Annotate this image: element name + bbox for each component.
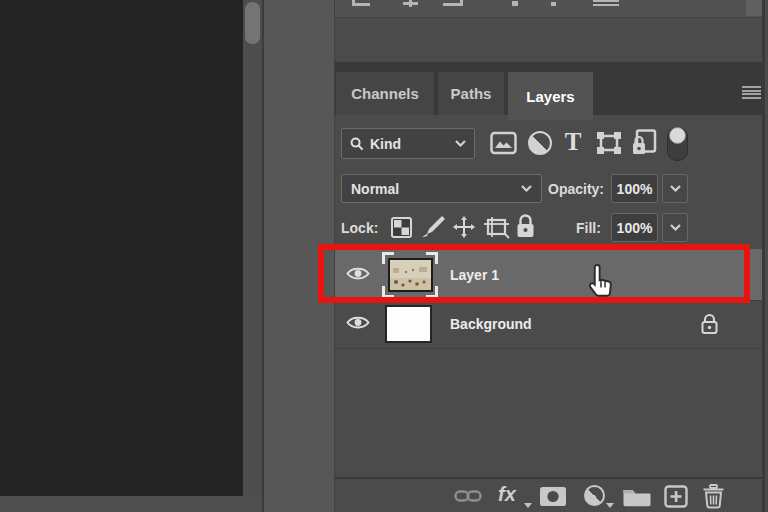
filter-toggle-knob (669, 127, 686, 144)
tab-layers[interactable]: Layers (508, 72, 593, 120)
layer-filter-kind-dropdown[interactable]: Kind (341, 128, 475, 159)
lock-artboard-icon[interactable] (483, 216, 511, 239)
align-center-icon-bar (403, 2, 418, 5)
photoshop-window: Channels Paths Layers Kind T Normal Opac… (0, 0, 768, 512)
chevron-down-icon (670, 185, 681, 192)
add-layer-mask-icon[interactable] (539, 486, 567, 507)
align-left-icon (352, 0, 370, 6)
blend-mode-value: Normal (351, 181, 399, 197)
lock-all-icon[interactable] (515, 213, 536, 239)
chevron-down-icon (455, 140, 466, 147)
kind-label: Kind (370, 136, 401, 152)
background-lock-icon[interactable] (700, 313, 719, 335)
opacity-label: Opacity: (548, 174, 604, 203)
canvas-bottom-bar (0, 496, 262, 512)
equalize-icon (593, 0, 619, 6)
visibility-eye-icon[interactable] (346, 314, 370, 331)
lock-position-icon[interactable] (452, 215, 476, 239)
panel-corner-widget (746, 0, 763, 16)
link-layers-icon[interactable] (454, 487, 482, 505)
document-canvas[interactable] (0, 0, 243, 497)
panel-border (762, 0, 765, 512)
row-divider (335, 348, 762, 349)
adjustment-layer-filter-icon[interactable] (528, 131, 552, 155)
new-layer-icon[interactable] (664, 485, 688, 508)
opacity-value-field[interactable]: 100% (611, 174, 658, 203)
chevron-down-icon (521, 185, 532, 192)
chevron-down-icon (670, 224, 681, 231)
pixel-layer-filter-icon[interactable] (490, 131, 517, 155)
background-name[interactable]: Background (450, 314, 532, 334)
fill-slider-toggle[interactable] (662, 213, 688, 242)
adjustment-menu-arrow (606, 503, 614, 508)
opacity-slider-toggle[interactable] (662, 174, 688, 203)
scrollbar-thumb[interactable] (245, 2, 260, 44)
lock-transparent-pixels-icon[interactable] (391, 217, 412, 238)
lock-image-pixels-icon[interactable] (421, 214, 447, 240)
lock-label: Lock: (341, 213, 378, 242)
shape-layer-filter-icon[interactable] (595, 130, 623, 156)
footer-divider (335, 477, 762, 479)
hand-cursor (584, 263, 618, 301)
panel-above-remnant (334, 0, 762, 17)
tab-paths[interactable]: Paths (438, 72, 504, 115)
divider (334, 17, 762, 18)
blend-mode-dropdown[interactable]: Normal (341, 174, 542, 203)
search-icon (350, 137, 364, 151)
background-thumbnail[interactable] (385, 305, 432, 343)
layer-style-menu-arrow (524, 503, 532, 508)
delete-layer-icon[interactable] (702, 484, 725, 509)
distribute-icon (512, 1, 518, 6)
type-layer-filter-icon[interactable]: T (562, 127, 584, 157)
annotation-highlight-rectangle (318, 244, 750, 303)
smart-object-filter-icon[interactable] (631, 129, 657, 156)
fill-value-field[interactable]: 100% (611, 213, 658, 242)
new-adjustment-layer-icon[interactable] (584, 485, 605, 506)
align-right-icon (443, 0, 463, 6)
fill-label: Fill: (576, 213, 601, 242)
panel-menu-icon[interactable] (742, 86, 761, 100)
distribute-icon (551, 2, 556, 6)
canvas-vertical-scrollbar[interactable] (243, 0, 262, 512)
tab-channels[interactable]: Channels (336, 72, 434, 115)
new-group-icon[interactable] (622, 487, 652, 507)
